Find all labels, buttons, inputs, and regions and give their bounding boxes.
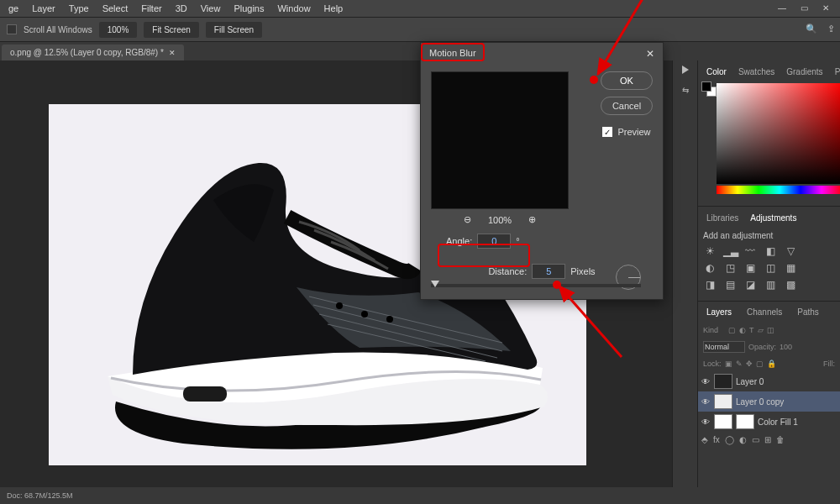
group-icon[interactable]: ▭ bbox=[752, 435, 759, 444]
scroll-all-label: Scroll All Windows bbox=[24, 25, 92, 34]
distance-input[interactable] bbox=[532, 264, 565, 279]
lock-all-icon[interactable]: 🔒 bbox=[767, 360, 776, 368]
adjustments-label: Add an adjustment bbox=[703, 231, 835, 240]
lock-brush-icon[interactable]: ✎ bbox=[736, 360, 743, 368]
scroll-all-checkbox[interactable] bbox=[7, 24, 17, 34]
svg-point-6 bbox=[361, 311, 368, 318]
link-layers-icon[interactable]: ⬘ bbox=[701, 435, 708, 444]
mixer-icon[interactable]: ◫ bbox=[764, 262, 777, 274]
levels-icon[interactable]: ▁▃ bbox=[723, 245, 737, 257]
distance-slider[interactable] bbox=[431, 284, 641, 287]
menu-item[interactable]: Plugins bbox=[227, 3, 270, 13]
bw-icon[interactable]: ◳ bbox=[723, 262, 737, 274]
visibility-icon[interactable]: 👁 bbox=[701, 417, 711, 427]
kind-label: Kind bbox=[703, 326, 725, 334]
preview-checkbox[interactable]: ✓ Preview bbox=[602, 127, 650, 137]
menu-item[interactable]: Window bbox=[270, 3, 317, 13]
right-panel: Color Swatches Gradients Patterns Librar… bbox=[697, 60, 840, 487]
layer-row[interactable]: 👁 Color Fill 1 bbox=[698, 412, 840, 432]
menu-item[interactable]: ge bbox=[2, 3, 25, 13]
visibility-icon[interactable]: 👁 bbox=[701, 397, 711, 407]
opacity-value[interactable]: 100 bbox=[780, 343, 792, 351]
blend-mode-select[interactable] bbox=[703, 341, 745, 353]
zoom-in-icon[interactable]: ⊕ bbox=[528, 214, 536, 225]
angle-input[interactable] bbox=[477, 234, 511, 249]
tab-adjustments[interactable]: Adjustments bbox=[745, 210, 801, 226]
close-tab-icon[interactable]: ✕ bbox=[169, 49, 176, 57]
layer-thumb bbox=[714, 374, 732, 389]
menu-item[interactable]: Help bbox=[318, 3, 350, 13]
tab-patterns[interactable]: Patterns bbox=[830, 64, 840, 80]
tab-channels[interactable]: Channels bbox=[742, 305, 787, 319]
filter-pixel-icon[interactable]: ▢ bbox=[728, 326, 736, 334]
menu-bar: ge Layer Type Select Filter 3D View Plug… bbox=[0, 0, 840, 17]
curves-icon[interactable]: 〰 bbox=[743, 245, 757, 257]
filter-adj-icon[interactable]: ◐ bbox=[739, 326, 746, 334]
share-icon[interactable]: ⇪ bbox=[827, 24, 835, 34]
lookup-icon[interactable]: ▦ bbox=[784, 262, 797, 274]
tab-paths[interactable]: Paths bbox=[792, 305, 824, 319]
preview-thumbnail[interactable] bbox=[431, 71, 569, 209]
selective-icon[interactable]: ▩ bbox=[784, 279, 797, 291]
document-tab[interactable]: o.png @ 12.5% (Layer 0 copy, RGB/8#) * ✕ bbox=[2, 45, 184, 60]
lock-pixels-icon[interactable]: ▣ bbox=[725, 360, 732, 368]
doc-size-label: Doc: 68.7M/125.5M bbox=[7, 491, 73, 500]
lock-artboard-icon[interactable]: ▢ bbox=[756, 360, 764, 368]
vibrance-icon[interactable]: ▽ bbox=[784, 245, 797, 257]
photo-filter-icon[interactable]: ▣ bbox=[743, 262, 757, 274]
mask-icon[interactable]: ◯ bbox=[725, 435, 734, 444]
lock-label: Lock: bbox=[703, 360, 722, 368]
dialog-close-icon[interactable]: ✕ bbox=[646, 48, 654, 60]
layer-name[interactable]: Layer 0 copy bbox=[736, 397, 784, 407]
tab-color[interactable]: Color bbox=[701, 64, 732, 80]
filter-smart-icon[interactable]: ◫ bbox=[767, 326, 774, 334]
play-icon[interactable] bbox=[682, 66, 689, 74]
fit-screen-button[interactable]: Fit Screen bbox=[144, 22, 199, 38]
tab-libraries[interactable]: Libraries bbox=[701, 210, 743, 226]
fx-icon[interactable]: fx bbox=[713, 435, 720, 444]
lock-move-icon[interactable]: ✥ bbox=[746, 360, 753, 368]
exposure-icon[interactable]: ◧ bbox=[764, 245, 777, 257]
delete-layer-icon[interactable]: 🗑 bbox=[776, 435, 785, 444]
filter-type-icon[interactable]: T bbox=[749, 326, 754, 334]
posterize-icon[interactable]: ▤ bbox=[723, 279, 737, 291]
options-bar: Scroll All Windows 100% Fit Screen Fill … bbox=[0, 17, 840, 42]
menu-item[interactable]: 3D bbox=[169, 3, 194, 13]
cancel-button[interactable]: Cancel bbox=[601, 97, 653, 115]
tab-layers[interactable]: Layers bbox=[701, 305, 737, 319]
map-icon[interactable]: ▥ bbox=[764, 279, 777, 291]
search-icon[interactable]: 🔍 bbox=[806, 24, 817, 34]
filter-shape-icon[interactable]: ▱ bbox=[758, 326, 764, 334]
zoom-100-button[interactable]: 100% bbox=[99, 22, 138, 38]
visibility-icon[interactable]: 👁 bbox=[701, 377, 711, 386]
layer-thumb bbox=[714, 414, 732, 429]
fill-screen-button[interactable]: Fill Screen bbox=[206, 22, 262, 38]
layer-row[interactable]: 👁 Layer 0 bbox=[698, 371, 840, 391]
settings-icon[interactable]: ⇆ bbox=[682, 86, 689, 95]
ok-button[interactable]: OK bbox=[601, 71, 653, 90]
menu-item[interactable]: View bbox=[194, 3, 228, 13]
hue-icon[interactable]: ◐ bbox=[703, 262, 717, 274]
menu-item[interactable]: Select bbox=[96, 3, 135, 13]
color-picker[interactable] bbox=[698, 80, 840, 206]
zoom-out-icon[interactable]: ⊖ bbox=[464, 214, 471, 225]
layer-row[interactable]: 👁 Layer 0 copy bbox=[698, 391, 840, 412]
layer-name[interactable]: Layer 0 bbox=[736, 377, 764, 386]
adjustments-panel: Add an adjustment ☀ ▁▃ 〰 ◧ ▽ ◐ ◳ ▣ ◫ ▦ ◨… bbox=[698, 226, 840, 301]
new-layer-icon[interactable]: ⊞ bbox=[764, 435, 771, 444]
brightness-icon[interactable]: ☀ bbox=[703, 245, 717, 257]
tab-gradients[interactable]: Gradients bbox=[781, 64, 827, 80]
fg-bg-swatch[interactable] bbox=[701, 81, 717, 97]
layer-name[interactable]: Color Fill 1 bbox=[758, 417, 798, 427]
restore-button[interactable]: ▭ bbox=[795, 2, 813, 13]
tab-swatches[interactable]: Swatches bbox=[733, 64, 780, 80]
adjustment-layer-icon[interactable]: ◐ bbox=[739, 435, 747, 444]
minimize-button[interactable]: — bbox=[773, 2, 791, 13]
menu-item[interactable]: Layer bbox=[25, 3, 62, 13]
threshold-icon[interactable]: ◪ bbox=[743, 279, 757, 291]
color-panel-tabs: Color Swatches Gradients Patterns bbox=[698, 60, 840, 80]
invert-icon[interactable]: ◨ bbox=[703, 279, 717, 291]
close-button[interactable]: ✕ bbox=[816, 2, 835, 13]
menu-item[interactable]: Filter bbox=[134, 3, 168, 13]
menu-item[interactable]: Type bbox=[62, 3, 96, 13]
